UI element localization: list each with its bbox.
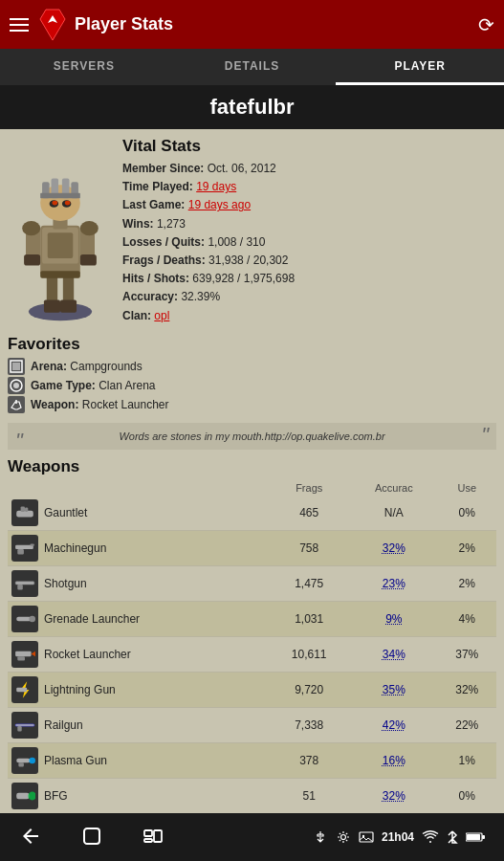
weapon-icon-3 [11,606,38,632]
weapon-frags-4: 10,611 [268,636,350,672]
app-header: Player Stats ⟳ [0,0,504,49]
weapon-icon-7 [11,747,38,774]
table-row: Lightning Gun 9,720 35% 32% [8,672,496,707]
svg-rect-34 [16,510,33,517]
weapon-icon-4 [11,641,38,668]
stat-losses: Losses / Quits: 1,008 / 310 [122,233,496,252]
svg-point-27 [80,221,99,235]
weapon-use-5: 32% [438,672,496,707]
weapon-name-2: Shotgun [44,577,87,590]
nav-buttons [19,825,164,850]
weapon-name-1: Machinegun [44,541,106,555]
stat-time-played: Time Played: 19 days [122,178,496,196]
svg-rect-50 [15,724,34,726]
favorites-section: Favorites Arena: Campgrounds Game Type: … [8,335,496,413]
col-use: Use [438,480,496,496]
table-row: Shotgun 1,475 23% 2% [8,565,496,601]
weapon-use-4: 37% [438,636,496,672]
svg-rect-21 [40,192,80,198]
svg-rect-45 [15,651,31,656]
weapon-name-3: Grenade Launcher [44,612,140,626]
weapon-accuracy-0: N/A [350,496,438,531]
menu-button[interactable] [10,18,29,32]
weapon-cell-1: Machinegun [8,530,268,565]
usb-icon [313,829,328,845]
weapon-frags-7: 378 [268,742,350,778]
weapon-accuracy-2: 23% [350,565,438,601]
status-bar: 21h04 [0,813,504,861]
username-banner: fatefulbr [0,85,504,129]
svg-rect-52 [17,726,21,732]
quote-text: Words are stones in my mouth.http://op.q… [119,430,384,442]
weapon-frags-6: 7,338 [268,707,350,742]
table-row: Rocket Launcher 10,611 34% 37% [8,636,496,672]
player-avatar [8,137,113,325]
svg-rect-43 [16,616,31,620]
table-row: Machinegun 758 32% 2% [8,530,496,565]
tab-details[interactable]: DETAILS [168,49,337,85]
svg-rect-70 [144,830,152,836]
svg-rect-49 [16,687,27,691]
weapons-table-header: Frags Accurac Use [8,480,496,496]
arena-icon [8,358,25,375]
svg-rect-72 [144,839,152,842]
svg-rect-13 [24,254,40,265]
svg-rect-38 [31,543,34,545]
weapon-frags-3: 1,031 [268,601,350,636]
app-logo [38,8,67,42]
weapon-icon-2 [11,570,38,597]
tab-servers[interactable]: SERVERS [0,49,168,85]
weapon-use-1: 2% [438,530,496,565]
svg-point-31 [13,383,19,388]
svg-rect-40 [15,581,34,584]
vital-info: Vital Stats Member Since: Oct. 06, 2012 … [122,137,496,325]
svg-point-25 [65,200,71,205]
weapon-use-3: 4% [438,601,496,636]
weapon-name-7: Plasma Gun [44,754,107,767]
weapon-accuracy-3: 9% [350,601,438,636]
status-time: 21h04 [382,830,414,844]
table-row: Grenade Launcher 1,031 9% 4% [8,601,496,636]
weapon-frags-5: 9,720 [268,672,350,707]
weapon-frags-8: 51 [268,778,350,813]
svg-rect-29 [12,363,20,370]
stat-accuracy: Accuracy: 32.39% [122,288,496,306]
svg-rect-14 [80,254,97,265]
table-row: Gauntlet 465 N/A 0% [8,496,496,531]
weapon-name-5: Lightning Gun [44,683,116,696]
svg-point-54 [29,757,35,763]
weapon-cell-3: Grenade Launcher [8,601,268,636]
battery-icon [466,831,485,843]
refresh-button[interactable]: ⟳ [478,13,494,36]
weapons-title: Weapons [8,457,496,476]
svg-rect-9 [48,232,74,258]
weapon-cell-6: Railgun [8,707,268,742]
svg-point-57 [28,791,35,800]
fav-weapon: Weapon: Rocket Launcher [8,396,496,413]
svg-rect-42 [17,585,23,590]
weapon-use-7: 1% [438,742,496,778]
tab-player[interactable]: PLAYER [336,49,504,85]
stat-last-game: Last Game: 19 days ago [122,196,496,214]
weapon-name-0: Gauntlet [44,506,87,519]
stat-hits: Hits / Shots: 639,928 / 1,975,698 [122,270,496,288]
svg-rect-53 [16,758,30,762]
vital-stats-section: Vital Stats Member Since: Oct. 06, 2012 … [8,137,496,325]
recents-button[interactable] [142,825,164,850]
quote-mark-left: " [15,429,23,453]
weapon-accuracy-8: 32% [350,778,438,813]
svg-point-26 [22,221,40,235]
table-row: Railgun 7,338 42% 22% [8,707,496,742]
weapon-name-8: BFG [44,789,68,803]
weapon-accuracy-6: 42% [350,707,438,742]
col-accuracy: Accurac [350,480,438,496]
stat-clan: Clan: opl [122,307,496,325]
settings-icon [336,829,351,845]
back-button[interactable] [19,825,42,850]
home-button[interactable] [80,825,103,850]
image-icon [359,829,374,845]
svg-rect-69 [84,828,99,844]
svg-point-73 [340,835,345,840]
wifi-icon [422,829,439,845]
weapon-name-6: Railgun [44,718,83,732]
